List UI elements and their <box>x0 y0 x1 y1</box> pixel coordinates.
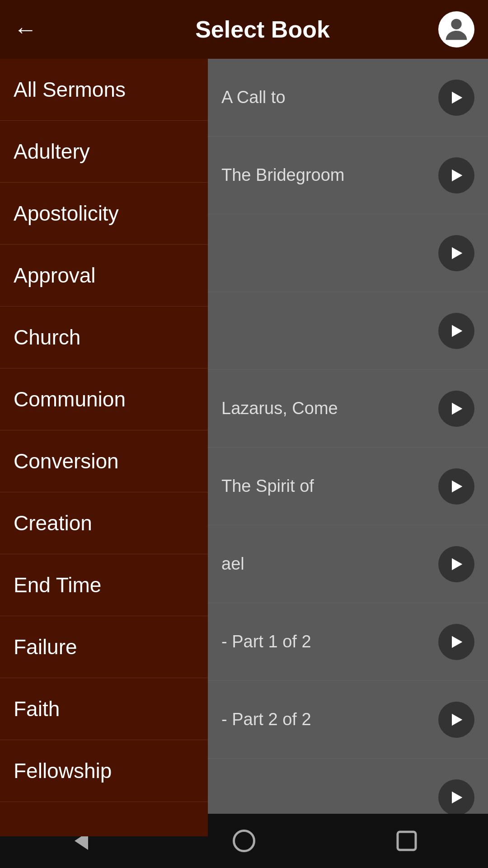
svg-point-0 <box>451 19 461 29</box>
book-item-label: Communion <box>14 387 126 411</box>
sermon-list-item[interactable]: Lazarus, Come <box>208 370 488 448</box>
book-list-item[interactable]: Fellowship <box>0 740 208 802</box>
svg-marker-3 <box>452 247 462 259</box>
page-title: Select Book <box>51 16 474 43</box>
square-outline-icon <box>393 827 420 854</box>
play-button[interactable] <box>438 546 474 582</box>
svg-rect-15 <box>398 832 416 850</box>
play-button[interactable] <box>438 468 474 505</box>
book-list-item[interactable]: Failure <box>0 616 208 678</box>
sermon-title: The Bridegroom <box>221 165 438 185</box>
sermon-list-item[interactable]: ael <box>208 525 488 603</box>
play-icon <box>447 89 465 107</box>
sermon-title: - Part 1 of 2 <box>221 632 438 651</box>
book-list-item[interactable]: All Sermons <box>0 59 208 121</box>
svg-marker-10 <box>452 791 462 803</box>
svg-marker-7 <box>452 558 462 570</box>
book-list-item[interactable]: Communion <box>0 368 208 430</box>
play-button[interactable] <box>438 80 474 116</box>
book-list-item[interactable]: Creation <box>0 492 208 554</box>
svg-point-14 <box>234 831 254 851</box>
person-icon <box>441 14 472 45</box>
sermon-list-item[interactable]: - Part 2 of 2 <box>208 681 488 759</box>
sermon-list: A Call toThe BridegroomLazarus, ComeThe … <box>208 59 488 836</box>
play-icon <box>447 477 465 495</box>
sermon-title: A Call to <box>221 88 438 107</box>
svg-marker-8 <box>452 636 462 648</box>
book-item-label: Failure <box>14 635 77 659</box>
play-icon <box>447 788 465 807</box>
play-button[interactable] <box>438 702 474 738</box>
book-item-label: Faith <box>14 697 60 721</box>
play-icon <box>447 244 465 262</box>
nav-recents-button[interactable] <box>393 827 420 854</box>
book-item-label: Creation <box>14 511 92 535</box>
back-button[interactable]: ← <box>14 16 37 43</box>
book-list: All SermonsAdulteryApostolicityApprovalC… <box>0 59 208 836</box>
sermon-list-item[interactable] <box>208 292 488 370</box>
svg-marker-1 <box>452 91 462 104</box>
svg-marker-9 <box>452 713 462 726</box>
svg-marker-2 <box>452 169 462 181</box>
sermon-list-item[interactable]: A Call to <box>208 59 488 137</box>
play-icon <box>447 711 465 729</box>
sermon-list-item[interactable]: The Bridegroom <box>208 137 488 214</box>
book-list-item[interactable]: Apostolicity <box>0 183 208 245</box>
book-item-label: All Sermons <box>14 77 126 102</box>
svg-marker-4 <box>452 325 462 337</box>
header: ← Select Book <box>0 0 488 59</box>
home-circle-icon <box>230 827 258 854</box>
svg-marker-5 <box>452 402 462 415</box>
play-button[interactable] <box>438 235 474 271</box>
book-list-item[interactable]: Conversion <box>0 430 208 492</box>
sermon-title: - Part 2 of 2 <box>221 710 438 729</box>
book-item-label: Church <box>14 325 80 349</box>
book-item-label: Conversion <box>14 449 119 473</box>
book-list-item[interactable]: Church <box>0 307 208 368</box>
book-list-item[interactable]: Faith <box>0 678 208 740</box>
sermon-title: ael <box>221 554 438 574</box>
book-item-label: Approval <box>14 263 96 288</box>
book-item-label: Adultery <box>14 139 90 164</box>
book-list-item[interactable]: Approval <box>0 245 208 307</box>
play-icon <box>447 166 465 184</box>
svg-marker-6 <box>452 480 462 492</box>
play-icon <box>447 633 465 651</box>
avatar-button[interactable] <box>438 11 474 47</box>
sermon-list-item[interactable] <box>208 214 488 292</box>
book-item-label: Fellowship <box>14 759 112 783</box>
play-button[interactable] <box>438 624 474 660</box>
book-list-item[interactable]: End Time <box>0 554 208 616</box>
main-content: All SermonsAdulteryApostolicityApprovalC… <box>0 59 488 836</box>
sermon-list-item[interactable]: - Part 1 of 2 <box>208 603 488 681</box>
play-icon <box>447 400 465 418</box>
play-button[interactable] <box>438 157 474 193</box>
play-button[interactable] <box>438 779 474 816</box>
play-button[interactable] <box>438 391 474 427</box>
play-icon <box>447 555 465 573</box>
book-list-item[interactable]: Adultery <box>0 121 208 183</box>
nav-home-button[interactable] <box>230 827 258 854</box>
book-item-label: End Time <box>14 573 101 597</box>
sermon-list-item[interactable]: The Spirit of <box>208 448 488 525</box>
play-icon <box>447 322 465 340</box>
play-button[interactable] <box>438 313 474 349</box>
book-item-label: Apostolicity <box>14 201 119 226</box>
sermon-title: Lazarus, Come <box>221 399 438 418</box>
sermon-title: The Spirit of <box>221 476 438 496</box>
